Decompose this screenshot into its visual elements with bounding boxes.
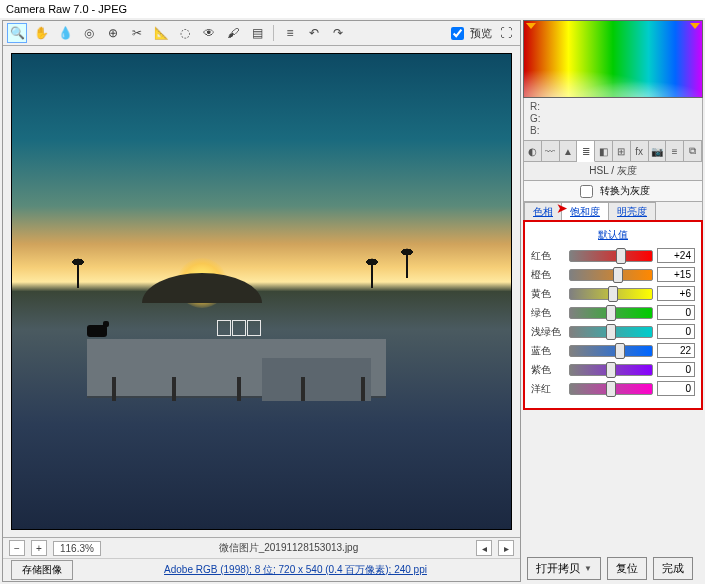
slider-value-input[interactable] — [657, 381, 695, 396]
slider-track[interactable] — [569, 288, 653, 300]
reset-button[interactable]: 复位 — [607, 557, 647, 580]
subtab-luminance[interactable]: 明亮度 — [608, 202, 656, 220]
hand-tool-icon[interactable]: ✋ — [31, 23, 51, 43]
color-sampler-tool-icon[interactable]: ◎ — [79, 23, 99, 43]
rotate-ccw-icon[interactable]: ↶ — [304, 23, 324, 43]
rgb-readout: R: G: B: — [523, 98, 703, 141]
zoom-in-button[interactable]: + — [31, 540, 47, 556]
slider-row-3: 绿色 — [531, 305, 695, 320]
hsl-subtabs: 色相 饱和度 明亮度 ➤ — [523, 202, 703, 220]
zoom-out-button[interactable]: − — [9, 540, 25, 556]
fullscreen-icon[interactable]: ⛶ — [496, 23, 516, 43]
tab-curve-icon[interactable]: 〰 — [542, 141, 560, 161]
slider-track[interactable] — [569, 364, 653, 376]
tab-hsl-icon[interactable]: ≣ — [577, 141, 595, 162]
tab-presets-icon[interactable]: ≡ — [666, 141, 684, 161]
slider-value-input[interactable] — [657, 286, 695, 301]
slider-track[interactable] — [569, 326, 653, 338]
zoom-tool-icon[interactable]: 🔍 — [7, 23, 27, 43]
info-bar: 存储图像 Adobe RGB (1998); 8 位; 720 x 540 (0… — [3, 558, 520, 581]
slider-row-6: 紫色 — [531, 362, 695, 377]
image-preview-area[interactable] — [3, 46, 520, 537]
tab-snapshot-icon[interactable]: ⧉ — [684, 141, 702, 161]
slider-track[interactable] — [569, 307, 653, 319]
crop-tool-icon[interactable]: ✂ — [127, 23, 147, 43]
dialog-buttons: 打开拷贝 ▼ 复位 完成 — [523, 554, 703, 582]
save-image-button[interactable]: 存储图像 — [11, 560, 73, 580]
tab-lens-icon[interactable]: ⊞ — [613, 141, 631, 161]
slider-thumb[interactable] — [608, 286, 618, 302]
slider-thumb[interactable] — [616, 248, 626, 264]
subtab-hue[interactable]: 色相 — [524, 202, 562, 220]
slider-value-input[interactable] — [657, 248, 695, 263]
redeye-tool-icon[interactable]: 👁 — [199, 23, 219, 43]
slider-thumb[interactable] — [606, 305, 616, 321]
window-title: Camera Raw 7.0 - JPEG — [0, 0, 705, 18]
tab-basic-icon[interactable]: ◐ — [524, 141, 542, 161]
open-copy-button[interactable]: 打开拷贝 ▼ — [527, 557, 601, 580]
prev-image-button[interactable]: ◂ — [476, 540, 492, 556]
r-readout: R: — [530, 101, 696, 113]
preview-photo — [11, 53, 512, 530]
slider-value-input[interactable] — [657, 267, 695, 282]
tab-fx-icon[interactable]: fx — [631, 141, 649, 161]
shadow-clip-warning-icon[interactable] — [526, 23, 536, 29]
histogram[interactable] — [523, 20, 703, 98]
slider-track[interactable] — [569, 345, 653, 357]
slider-label: 紫色 — [531, 363, 565, 377]
slider-track[interactable] — [569, 383, 653, 395]
g-readout: G: — [530, 113, 696, 125]
target-adjust-tool-icon[interactable]: ⊕ — [103, 23, 123, 43]
spot-removal-tool-icon[interactable]: ◌ — [175, 23, 195, 43]
default-values-link[interactable]: 默认值 — [531, 228, 695, 242]
slider-label: 浅绿色 — [531, 325, 565, 339]
tab-camera-icon[interactable]: 📷 — [649, 141, 667, 161]
slider-thumb[interactable] — [606, 381, 616, 397]
zoom-level[interactable]: 116.3% — [53, 541, 101, 556]
done-button[interactable]: 完成 — [653, 557, 693, 580]
subtab-saturation[interactable]: 饱和度 — [561, 202, 609, 220]
preview-checkbox[interactable]: 预览 — [447, 24, 492, 43]
prefs-icon[interactable]: ≡ — [280, 23, 300, 43]
slider-row-5: 蓝色 — [531, 343, 695, 358]
panel-tab-strip: ◐ 〰 ▲ ≣ ◧ ⊞ fx 📷 ≡ ⧉ — [523, 141, 703, 162]
slider-label: 蓝色 — [531, 344, 565, 358]
status-bar: − + 116.3% 微信图片_20191128153013.jpg ◂ ▸ — [3, 537, 520, 558]
slider-thumb[interactable] — [606, 362, 616, 378]
slider-thumb[interactable] — [613, 267, 623, 283]
slider-row-1: 橙色 — [531, 267, 695, 282]
preview-checkbox-input[interactable] — [451, 27, 464, 40]
right-pane: R: G: B: ◐ 〰 ▲ ≣ ◧ ⊞ fx 📷 ≡ ⧉ HSL / 灰度 转… — [523, 20, 703, 582]
convert-grayscale-checkbox[interactable] — [580, 185, 593, 198]
tab-detail-icon[interactable]: ▲ — [560, 141, 578, 161]
convert-grayscale-label: 转换为灰度 — [600, 184, 650, 198]
filename-label: 微信图片_20191128153013.jpg — [107, 541, 470, 555]
slider-label: 绿色 — [531, 306, 565, 320]
adjustment-brush-tool-icon[interactable]: 🖌 — [223, 23, 243, 43]
rotate-cw-icon[interactable]: ↷ — [328, 23, 348, 43]
next-image-button[interactable]: ▸ — [498, 540, 514, 556]
slider-value-input[interactable] — [657, 343, 695, 358]
slider-label: 黄色 — [531, 287, 565, 301]
slider-value-input[interactable] — [657, 305, 695, 320]
convert-grayscale-row[interactable]: 转换为灰度 — [523, 181, 703, 202]
workflow-options-link[interactable]: Adobe RGB (1998); 8 位; 720 x 540 (0.4 百万… — [164, 564, 427, 575]
panel-title: HSL / 灰度 — [523, 162, 703, 181]
slider-row-4: 浅绿色 — [531, 324, 695, 339]
slider-thumb[interactable] — [615, 343, 625, 359]
slider-label: 红色 — [531, 249, 565, 263]
slider-row-2: 黄色 — [531, 286, 695, 301]
white-balance-tool-icon[interactable]: 💧 — [55, 23, 75, 43]
slider-track[interactable] — [569, 250, 653, 262]
straighten-tool-icon[interactable]: 📐 — [151, 23, 171, 43]
slider-thumb[interactable] — [606, 324, 616, 340]
slider-row-0: 红色 — [531, 248, 695, 263]
tab-split-icon[interactable]: ◧ — [595, 141, 613, 161]
chevron-down-icon[interactable]: ▼ — [584, 564, 592, 573]
slider-value-input[interactable] — [657, 324, 695, 339]
left-pane: 🔍 ✋ 💧 ◎ ⊕ ✂ 📐 ◌ 👁 🖌 ▤ ≡ ↶ ↷ 预览 ⛶ — [2, 20, 521, 582]
slider-value-input[interactable] — [657, 362, 695, 377]
highlight-clip-warning-icon[interactable] — [690, 23, 700, 29]
graduated-filter-tool-icon[interactable]: ▤ — [247, 23, 267, 43]
slider-track[interactable] — [569, 269, 653, 281]
